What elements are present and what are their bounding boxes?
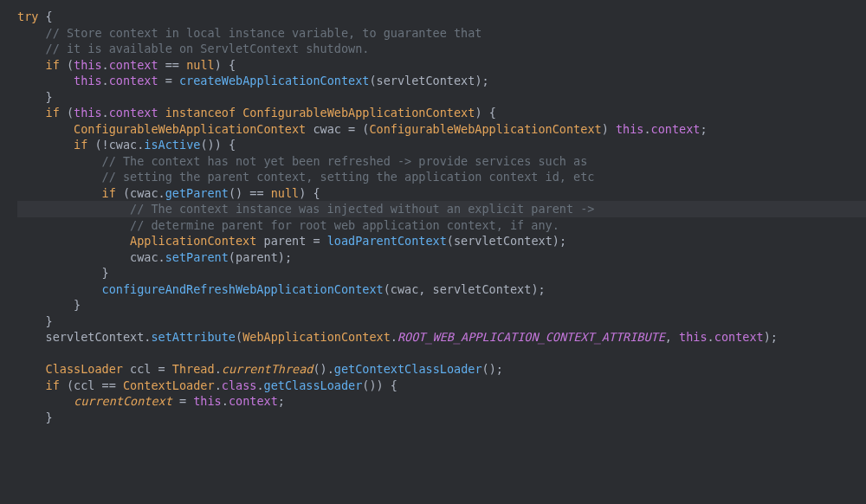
code-line: servletContext.setAttribute(WebApplicati…	[17, 329, 866, 346]
code-line: if (ccl == ContextLoader.class.getClassL…	[17, 378, 866, 394]
code-line: if (!cwac.isActive()) {	[17, 137, 866, 153]
code-line: }	[17, 265, 866, 281]
code-line: currentContext = this.context;	[17, 393, 866, 410]
code-line: if (cwac.getParent() == null) {	[17, 185, 866, 202]
code-line	[17, 346, 866, 362]
code-line: cwac.setParent(parent);	[17, 249, 866, 266]
code-line: ConfigurableWebApplicationContext cwac =…	[17, 121, 866, 138]
code-line: if (this.context == null) {	[17, 57, 866, 74]
code-line: ApplicationContext parent = loadParentCo…	[17, 233, 866, 249]
code-line: }	[17, 313, 866, 330]
code-line: try {	[17, 9, 866, 25]
code-line-highlighted: // The context instance was injected wit…	[17, 201, 866, 217]
code-line: ClassLoader ccl = Thread.currentThread()…	[17, 361, 866, 378]
code-line: // setting the parent context, setting t…	[17, 169, 866, 185]
code-line: }	[17, 89, 866, 106]
code-line: }	[17, 297, 866, 313]
code-line: // determine parent for root web applica…	[17, 217, 866, 234]
code-editor[interactable]: try { // Store context in local instance…	[17, 9, 866, 425]
code-line: // it is available on ServletContext shu…	[17, 41, 866, 57]
code-line: if (this.context instanceof Configurable…	[17, 105, 866, 121]
code-line: }	[17, 410, 866, 426]
code-line: // The context has not yet been refreshe…	[17, 153, 866, 170]
code-line: this.context = createWebApplicationConte…	[17, 73, 866, 89]
code-line: // Store context in local instance varia…	[17, 25, 866, 42]
code-line: configureAndRefreshWebApplicationContext…	[17, 281, 866, 298]
